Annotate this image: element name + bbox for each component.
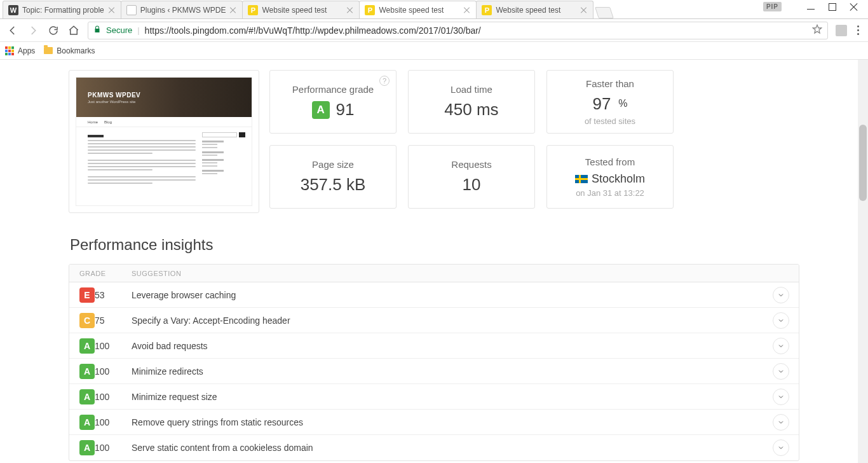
favicon-icon [126,5,137,15]
secure-label: Secure [106,25,132,35]
card-load-time: Load time 450 ms [408,70,535,134]
thumbnail-nav-item: Home [88,120,98,124]
insight-score: 100 [95,417,132,427]
insight-score: 75 [95,315,132,326]
insight-suggestion: Serve static content from a cookieless d… [132,443,763,453]
card-faster-than: Faster than 97% of tested sites [546,70,674,134]
browser-tab[interactable]: W Topic: Formatting proble [3,1,121,18]
browser-tab-active[interactable]: P Website speed test [359,1,477,18]
insight-score: 100 [95,392,132,402]
scrollbar-track[interactable] [858,60,868,463]
close-icon[interactable] [580,6,588,14]
col-grade-label: GRADE [69,270,132,277]
window-maximize-icon[interactable] [829,3,836,11]
forward-button[interactable] [27,24,39,37]
insight-row[interactable]: E53Leverage browser caching [69,282,799,308]
card-label: Requests [451,159,491,170]
card-performance-grade: ? Performance grade A 91 [269,70,397,134]
page-thumbnail-card: PKMWS WPDEV Just another WordPress site … [69,70,259,213]
browser-tab[interactable]: P Website speed test [476,1,593,18]
bookmarks-bar: Apps Bookmarks [0,42,868,60]
card-requests: Requests 10 [408,145,535,209]
summary-section: PKMWS WPDEV Just another WordPress site … [69,70,799,213]
insight-suggestion: Avoid bad requests [132,341,763,351]
requests-value: 10 [463,175,481,195]
insight-suggestion: Minimize request size [132,392,763,402]
help-icon[interactable]: ? [379,76,390,86]
card-page-size: Page size 357.5 kB [269,145,397,209]
chevron-down-icon [777,393,785,401]
insights-header-row: GRADE SUGGESTION [69,265,799,282]
bookmark-star-icon[interactable] [812,24,822,36]
grade-badge: A [312,101,330,119]
col-suggestion-label: SUGGESTION [132,270,799,277]
expand-button[interactable] [773,414,789,431]
card-label: Performance grade [292,84,374,95]
grade-badge: A [79,338,95,354]
expand-button[interactable] [773,338,789,354]
scrollbar-thumb[interactable] [859,125,867,201]
tab-title: Website speed test [379,6,459,15]
card-label: Faster than [586,78,634,89]
card-label: Tested from [585,156,635,167]
insight-suggestion: Remove query strings from static resourc… [132,417,763,427]
favicon-icon: P [365,5,375,15]
card-label: Page size [312,159,354,170]
close-icon[interactable] [108,6,116,14]
menu-kebab-icon[interactable] [855,25,862,35]
window-close-icon[interactable] [850,3,858,11]
insight-score: 100 [95,341,132,351]
browser-tabstrip: W Topic: Formatting proble Plugins ‹ PKM… [0,0,868,19]
expand-button[interactable] [773,312,789,329]
insight-row[interactable]: A100Serve static content from a cookiele… [69,435,799,460]
thumbnail-site-title: PKMWS WPDEV [88,92,252,99]
close-icon[interactable] [229,6,237,14]
card-tested-from: Tested from Stockholm on Jan 31 at 13:22 [546,145,674,209]
bookmarks-folder[interactable]: Bookmarks [44,46,95,55]
pip-badge: PIP [763,2,782,11]
bookmarks-folder-label: Bookmarks [57,46,95,55]
apps-icon [5,46,14,55]
insight-row[interactable]: C75Specify a Vary: Accept-Encoding heade… [69,308,799,333]
load-time-value: 450 ms [444,100,498,120]
tab-title: Website speed test [496,6,576,15]
insight-suggestion: Minimize redirects [132,366,763,377]
home-button[interactable] [67,24,80,37]
window-minimize-icon[interactable] [807,3,815,11]
flag-sweden-icon [575,175,588,183]
address-bar[interactable]: Secure | https://tools.pingdom.com/#!/bV… [88,22,828,39]
page-size-value: 357.5 kB [301,175,366,195]
insights-heading: Performance insights [70,236,799,254]
favicon-icon: W [8,5,18,15]
tested-location: Stockholm [592,172,645,186]
card-label: Load time [451,84,492,95]
insight-row[interactable]: A100Avoid bad requests [69,333,799,359]
extension-icon[interactable] [836,25,847,36]
browser-tab[interactable]: Plugins ‹ PKMWS WPDE [121,1,243,18]
chevron-down-icon [777,342,785,350]
faster-percent: 97 [592,94,611,114]
close-icon[interactable] [346,6,354,14]
grade-badge: C [79,313,95,328]
favicon-icon: P [248,5,258,15]
favicon-icon: P [482,5,492,15]
close-icon[interactable] [463,6,471,14]
tab-title: Website speed test [262,6,342,15]
window-controls: PIP [763,2,868,11]
expand-button[interactable] [773,363,789,380]
insight-row[interactable]: A100Minimize redirects [69,359,799,384]
expand-button[interactable] [773,389,789,405]
page-viewport: PKMWS WPDEV Just another WordPress site … [0,60,868,463]
back-button[interactable] [6,24,19,37]
insights-table: GRADE SUGGESTION E53Leverage browser cac… [69,264,799,461]
browser-tab[interactable]: P Website speed test [242,1,360,18]
expand-button[interactable] [773,439,789,456]
insight-row[interactable]: A100Remove query strings from static res… [69,410,799,435]
expand-button[interactable] [773,287,789,303]
folder-icon [44,47,53,54]
grade-badge: E [79,287,95,303]
insight-row[interactable]: A100Minimize request size [69,384,799,410]
reload-button[interactable] [47,24,60,37]
new-tab-button[interactable] [595,7,614,18]
apps-shortcut[interactable]: Apps [5,46,35,55]
